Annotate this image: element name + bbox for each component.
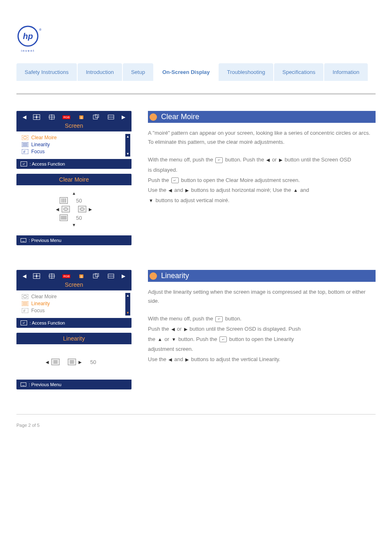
screen-icon: ||| bbox=[77, 113, 86, 121]
svg-text:hp: hp bbox=[23, 32, 33, 41]
value-h: 50 bbox=[76, 198, 88, 204]
enter-button-icon: ↵ bbox=[215, 316, 223, 322]
right-arrow-icon: ▶ bbox=[185, 355, 189, 364]
advanced-icon bbox=[92, 113, 101, 121]
vertical-moire-icon bbox=[60, 197, 68, 204]
linearity-left-icon bbox=[51, 359, 60, 365]
svg-point-16 bbox=[23, 136, 27, 139]
arrow-right-icon: ▶ bbox=[122, 273, 125, 279]
up-arrow-icon: ▲ bbox=[293, 186, 298, 195]
enter-icon: ↵ bbox=[21, 161, 27, 166]
osd-item-linearity: Linearity bbox=[21, 142, 127, 147]
steps: With the menu off, push the ↵ button. Pu… bbox=[148, 155, 376, 205]
divider bbox=[16, 93, 376, 94]
rgb-icon: RGB bbox=[62, 113, 71, 121]
logo: hp ® invent bbox=[16, 25, 376, 55]
steps: With the menu off, push the ↵ button. Pu… bbox=[148, 314, 376, 364]
left-arrow-icon: ◀ bbox=[168, 355, 172, 364]
svg-point-7 bbox=[36, 116, 37, 118]
right-arrow-icon: ▶ bbox=[184, 325, 187, 334]
tab-troubleshoot[interactable]: Troubleshooting bbox=[219, 63, 273, 81]
osd-item-linearity: Linearity bbox=[21, 301, 127, 306]
osd-item-clear-moire: Clear Moire bbox=[21, 294, 127, 299]
tab-safety[interactable]: Safety Instructions bbox=[16, 63, 77, 81]
arrow-left-icon: ◀ bbox=[23, 114, 26, 120]
svg-text:invent: invent bbox=[21, 49, 35, 53]
arrow-left-icon: ◀ bbox=[23, 273, 26, 279]
osd-item-focus: FFocus bbox=[21, 308, 127, 313]
back-icon: → bbox=[21, 238, 26, 242]
left-icon: ◀ bbox=[46, 360, 49, 364]
osd-footer: ↵: Access Function bbox=[16, 318, 131, 328]
enter-icon: ↵ bbox=[21, 320, 27, 325]
screen-icon: ||| bbox=[77, 272, 86, 280]
osd-sub-title: Clear Moire bbox=[16, 174, 131, 185]
svg-point-27 bbox=[80, 208, 84, 210]
bullet-icon bbox=[150, 272, 157, 280]
section-header-linearity: Linearity bbox=[148, 270, 376, 282]
svg-rect-15 bbox=[22, 135, 28, 140]
tab-osd[interactable]: On-Screen Display bbox=[154, 63, 218, 81]
down-arrow-icon: ▼ bbox=[171, 335, 176, 344]
osd-sub-footer: →: Previous Menu bbox=[16, 380, 131, 389]
osd-item-clear-moire: Clear Moire bbox=[21, 135, 127, 140]
enter-button-icon: ↵ bbox=[171, 177, 179, 183]
geometry-icon bbox=[47, 272, 56, 280]
osd-main-linearity: ◀ RGB ||| ▶ Screen Clear Moire Linearity… bbox=[16, 270, 131, 328]
svg-text:F: F bbox=[23, 309, 26, 313]
tab-setup[interactable]: Setup bbox=[123, 63, 153, 81]
tab-bar: Safety Instructions Introduction Setup O… bbox=[16, 63, 376, 81]
bullet-icon bbox=[150, 113, 157, 121]
arrow-right-icon: ▶ bbox=[122, 114, 125, 120]
right-icon: ▶ bbox=[78, 360, 82, 364]
svg-rect-42 bbox=[22, 294, 28, 299]
svg-point-34 bbox=[36, 275, 37, 277]
osd-title: Screen bbox=[16, 281, 131, 290]
down-arrow-icon: ▼ bbox=[149, 196, 153, 205]
tab-specs[interactable]: Specifications bbox=[274, 63, 323, 81]
svg-text:®: ® bbox=[39, 28, 42, 32]
value-v: 50 bbox=[76, 215, 88, 221]
language-icon bbox=[107, 113, 116, 121]
left-arrow-icon: ◀ bbox=[171, 325, 175, 334]
section-header-clear-moire: Clear Moire bbox=[148, 111, 376, 123]
osd-sub-clear-moire: Clear Moire ▲ 50 ◀ ▶ 50 bbox=[16, 174, 131, 245]
footer-divider bbox=[16, 414, 376, 415]
enter-button-icon: ↵ bbox=[219, 336, 227, 342]
value-linearity: 50 bbox=[90, 359, 102, 365]
svg-text:F: F bbox=[23, 150, 26, 154]
geometry-icon bbox=[47, 113, 56, 121]
page-number: Page 2 of 5 bbox=[16, 423, 376, 428]
up-arrow-icon: ▲ bbox=[158, 335, 162, 344]
position-icon bbox=[32, 113, 41, 121]
svg-point-26 bbox=[64, 208, 68, 210]
osd-sub-footer: →: Previous Menu bbox=[16, 235, 131, 245]
osd-scrollbar: ▲▼ bbox=[125, 134, 130, 157]
left-icon: ◀ bbox=[56, 207, 59, 212]
h-moire-left-icon bbox=[62, 206, 70, 212]
osd-item-focus: FFocus bbox=[21, 149, 127, 154]
advanced-icon bbox=[92, 272, 101, 280]
right-arrow-icon: ▶ bbox=[185, 186, 189, 195]
left-arrow-icon: ◀ bbox=[168, 186, 172, 195]
enter-button-icon: ↵ bbox=[215, 157, 223, 163]
description: Adjust the linearity setting when the sc… bbox=[148, 288, 376, 306]
tab-intro[interactable]: Introduction bbox=[78, 63, 122, 81]
position-icon bbox=[32, 272, 41, 280]
osd-title: Screen bbox=[16, 122, 131, 131]
osd-sub-linearity: Linearity ◀ ▶ 50 →: Previous Menu bbox=[16, 333, 131, 389]
right-arrow-icon: ▶ bbox=[279, 156, 282, 164]
right-icon: ▶ bbox=[89, 207, 92, 212]
h-moire-right-icon bbox=[78, 206, 86, 212]
tab-info[interactable]: Information bbox=[324, 63, 367, 81]
back-icon: → bbox=[21, 382, 26, 387]
linearity-right-icon bbox=[68, 359, 76, 365]
osd-scrollbar: ▲▼ bbox=[125, 293, 130, 315]
left-arrow-icon: ◀ bbox=[266, 156, 270, 164]
osd-footer: ↵: Access Function bbox=[16, 159, 131, 169]
svg-point-43 bbox=[23, 295, 27, 298]
osd-main-clear-moire: ◀ RGB ||| ▶ Screen Clear Moire Linearity… bbox=[16, 111, 131, 169]
down-icon: ▼ bbox=[72, 223, 76, 227]
up-icon: ▲ bbox=[72, 191, 76, 196]
osd-sub-title: Linearity bbox=[16, 333, 131, 344]
